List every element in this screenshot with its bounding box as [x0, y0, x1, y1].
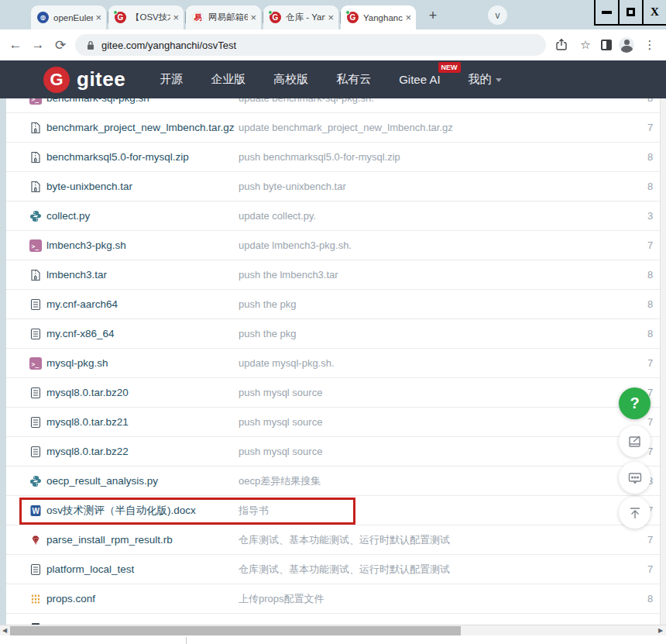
commit-message[interactable]: update mysql-pkg.sh. — [239, 357, 647, 369]
tab-close-icon[interactable]: × — [250, 12, 256, 22]
commit-message[interactable]: push the lmbench3.tar — [239, 269, 647, 281]
new-tab-button[interactable]: + — [423, 5, 443, 26]
browser-menu-icon[interactable]: ⋮ — [641, 38, 658, 52]
gitee-favicon-icon: G — [269, 12, 281, 23]
table-row: Wosv技术测评（半自动化版).docx指导书7 — [6, 496, 660, 525]
navbar-item-高校版[interactable]: 高校版 — [273, 72, 308, 87]
navbar-item-开源[interactable]: 开源 — [160, 72, 183, 87]
file-link[interactable]: collect.py — [46, 210, 239, 222]
netease-favicon-icon: 易 — [192, 12, 204, 23]
file-link[interactable]: my.cnf-x86_64 — [46, 328, 239, 339]
commit-message[interactable]: push benchmarksql5.0-for-mysql.zip — [239, 151, 647, 163]
commit-message[interactable]: 上传props配置文件 — [239, 592, 647, 606]
browser-tab[interactable]: GYanghanchij× — [341, 5, 416, 29]
file-link[interactable]: benchmark-sql-pkg.sh — [46, 98, 239, 104]
vertical-scrollbar[interactable] — [660, 98, 666, 625]
table-row: collect.pyupdate collect.py.3 — [6, 201, 660, 231]
file-date: 8 — [647, 328, 660, 339]
gitee-logo[interactable]: G gitee — [43, 67, 125, 93]
tab-close-icon[interactable]: × — [173, 12, 179, 22]
file-date: 7 — [647, 357, 660, 369]
tab-close-icon[interactable]: × — [328, 12, 334, 22]
file-date: 7 — [647, 239, 660, 251]
close-button[interactable]: X — [642, 0, 666, 24]
file-link[interactable]: platform_local_test — [46, 563, 239, 575]
tab-label: Yanghanchij — [363, 13, 403, 22]
word-file-icon: W — [29, 505, 42, 517]
table-row: mysql8.0.tar.bz20push mysql source7 — [6, 378, 660, 408]
file-date: 7 — [647, 416, 660, 428]
maximize-button[interactable] — [618, 0, 642, 24]
chevron-down-icon — [496, 78, 502, 82]
file-link[interactable]: mysql8.0.tar.bz20 — [46, 387, 239, 398]
minimize-button[interactable] — [594, 0, 618, 24]
browser-tab[interactable]: G【OSV技术× — [108, 5, 184, 29]
tab-label: 网易邮箱6.0 — [208, 12, 248, 23]
commit-message[interactable]: push byte-unixbench.tar — [239, 181, 647, 192]
file-link[interactable]: benchmark_project_new_lmbench.tar.gz — [46, 122, 239, 133]
navbar-item-私有云[interactable]: 私有云 — [336, 72, 371, 87]
commit-message[interactable]: 指导书 — [239, 504, 647, 518]
commit-message[interactable]: push mysql source — [239, 446, 647, 457]
file-link[interactable]: props.conf — [46, 593, 239, 604]
commit-message[interactable]: 仓库测试、基本功能测试、运行时默认配置测试 — [239, 533, 647, 547]
url-field[interactable]: gitee.com/yanghanchi/osvTest — [75, 34, 546, 56]
file-link[interactable]: oecp_result_analysis.py — [46, 475, 239, 487]
comment-button[interactable] — [619, 462, 651, 494]
forward-button[interactable]: → — [30, 37, 46, 53]
back-button[interactable]: ← — [8, 37, 23, 53]
file-link[interactable]: lmbench3.tar — [46, 269, 239, 281]
tab-label: 【OSV技术 — [131, 12, 170, 23]
commit-message[interactable]: update benchmark-sql-pkg.sh. — [239, 98, 647, 104]
tab-close-icon[interactable]: × — [95, 12, 101, 22]
new-badge: NEW — [438, 62, 461, 73]
table-row: lmbench3.tarpush the lmbench3.tar8 — [6, 260, 660, 290]
scroll-left-icon[interactable]: ◀ — [0, 625, 9, 636]
file-date: 8 — [647, 151, 660, 163]
commit-message[interactable]: push mysql source — [239, 387, 647, 398]
page-left-margin — [0, 98, 6, 635]
share-icon[interactable] — [553, 38, 570, 52]
browser-tab[interactable]: ◎openEuler× — [31, 5, 106, 29]
navbar-item-Gitee AI[interactable]: Gitee AINEW — [399, 73, 440, 86]
address-bar: ← → ⟳ gitee.com/yanghanchi/osvTest ☆ ⋮ — [0, 29, 666, 60]
horizontal-scrollbar[interactable]: ◀ ▶ — [0, 625, 666, 635]
commit-message[interactable]: push mysql source — [239, 416, 647, 428]
tab-close-icon[interactable]: × — [405, 12, 411, 22]
scroll-right-icon[interactable]: ▶ — [656, 625, 665, 636]
file-list: >_benchmark-sql-pkg.shupdate benchmark-s… — [6, 98, 660, 625]
file-link[interactable]: mysql-pkg.sh — [46, 357, 239, 369]
commit-message[interactable]: push the pkg — [239, 328, 647, 339]
file-link[interactable]: lmbench3-pkg.sh — [46, 239, 239, 251]
profile-avatar[interactable] — [619, 37, 634, 53]
file-link[interactable]: parse_install_rpm_result.rb — [46, 534, 239, 546]
file-link[interactable]: mysql8.0.tar.bz22 — [46, 446, 239, 457]
browser-tab[interactable]: G仓库 - Yang× — [263, 5, 338, 29]
commit-message[interactable]: update collect.py. — [239, 210, 647, 222]
tab-search-chevron-icon[interactable]: v — [488, 5, 507, 25]
table-row: mysql8.0.tar.bz21push mysql source7 — [6, 408, 660, 437]
table-row: benchmarksql5.0-for-mysql.zippush benchm… — [6, 143, 660, 172]
side-panel-icon[interactable] — [601, 40, 612, 50]
bookmark-star-icon[interactable]: ☆ — [577, 38, 594, 52]
file-link[interactable]: my.cnf-aarch64 — [46, 298, 239, 310]
openeuler-favicon-icon: ◎ — [37, 12, 49, 23]
file-link[interactable]: osv技术测评（半自动化版).docx — [46, 504, 239, 518]
back-to-top-button[interactable] — [619, 497, 651, 529]
browser-tab[interactable]: 易网易邮箱6.0× — [186, 5, 261, 29]
text-file-icon — [29, 298, 42, 311]
navbar-item-我的[interactable]: 我的 — [469, 72, 502, 87]
commit-message[interactable]: oecp差异结果搜集 — [239, 474, 647, 488]
navbar-item-企业版[interactable]: 企业版 — [211, 72, 245, 87]
commit-message[interactable]: 仓库测试、基本功能测试、运行时默认配置测试 — [239, 563, 647, 577]
file-link[interactable]: byte-unixbench.tar — [46, 181, 239, 192]
feedback-button[interactable] — [619, 425, 651, 457]
commit-message[interactable]: update benchmark_project_new_lmbench.tar… — [239, 122, 647, 133]
commit-message[interactable]: update lmbench3-pkg.sh. — [239, 239, 647, 251]
file-link[interactable]: benchmarksql5.0-for-mysql.zip — [46, 151, 239, 163]
help-button[interactable]: ? — [619, 387, 651, 419]
file-link[interactable]: mysql8.0.tar.bz21 — [46, 416, 239, 428]
horizontal-scrollbar-thumb[interactable] — [10, 626, 461, 635]
commit-message[interactable]: push the pkg — [239, 298, 647, 310]
reload-button[interactable]: ⟳ — [53, 37, 68, 53]
